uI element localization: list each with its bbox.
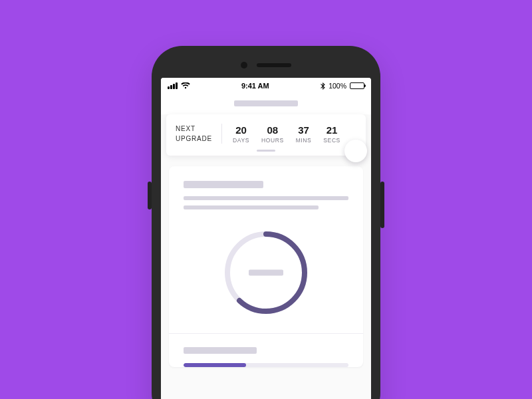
progress-section xyxy=(184,334,348,367)
floating-action-button[interactable] xyxy=(344,140,367,162)
battery-icon xyxy=(350,82,364,89)
countdown-unit-mins: 37 MINS xyxy=(296,124,312,144)
wifi-icon xyxy=(181,82,190,89)
text-line-placeholder xyxy=(184,196,348,200)
countdown-unit-label: SECS xyxy=(323,137,340,144)
battery-percent-label: 100% xyxy=(329,82,346,90)
status-bar-right: 100% xyxy=(321,82,364,90)
bluetooth-icon xyxy=(321,82,325,90)
cellular-signal-icon xyxy=(168,82,178,89)
countdown-unit-days: 20 DAYS xyxy=(233,124,249,144)
countdown-value: 37 xyxy=(296,124,312,136)
countdown-unit-secs: 21 SECS xyxy=(323,124,340,144)
countdown-unit-label: MINS xyxy=(296,137,312,144)
countdown-card[interactable]: NEXT UPGRADE 20 DAYS 08 HOURS 37 MINS 21… xyxy=(166,114,366,156)
countdown-unit-hours: 08 HOURS xyxy=(261,124,284,144)
text-line-placeholder xyxy=(184,205,319,209)
phone-hardware-top xyxy=(161,55,371,78)
progress-ring xyxy=(223,229,309,316)
phone-frame: 9:41 AM 100% NEXT UPGRADE xyxy=(152,46,380,399)
status-bar-time: 9:41 AM xyxy=(241,82,269,90)
drag-handle-icon[interactable] xyxy=(257,150,275,152)
countdown-label: NEXT UPGRADE xyxy=(176,124,222,144)
front-camera-icon xyxy=(241,62,247,68)
status-bar-left xyxy=(168,82,190,89)
progress-bar xyxy=(184,363,348,367)
status-bar: 9:41 AM 100% xyxy=(161,78,371,94)
progress-bar-fill xyxy=(184,363,246,367)
countdown-unit-label: HOURS xyxy=(261,137,284,144)
countdown-unit-label: DAYS xyxy=(233,137,249,144)
progress-title-placeholder xyxy=(184,347,257,354)
phone-screen: 9:41 AM 100% NEXT UPGRADE xyxy=(161,78,371,399)
ring-value-placeholder xyxy=(249,270,283,276)
app-header xyxy=(161,94,371,114)
countdown-units: 20 DAYS 08 HOURS 37 MINS 21 SECS xyxy=(222,124,340,144)
page-title-placeholder xyxy=(234,100,298,106)
progress-ring-wrap xyxy=(184,215,348,333)
countdown-value: 20 xyxy=(233,124,249,136)
section-title-placeholder xyxy=(184,181,263,188)
content-card xyxy=(169,166,363,367)
speaker-grill-icon xyxy=(257,63,291,67)
countdown-value: 21 xyxy=(323,124,340,136)
countdown-value: 08 xyxy=(261,124,284,136)
